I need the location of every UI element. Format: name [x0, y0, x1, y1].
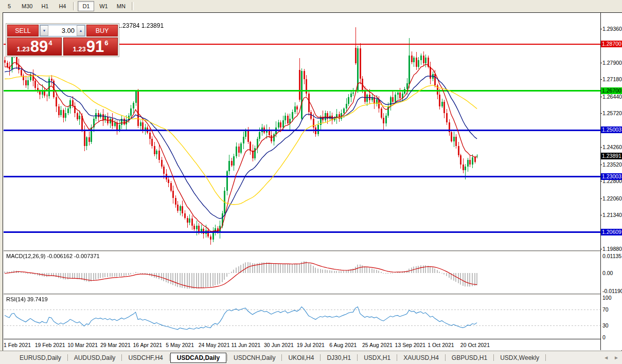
tab-divider	[227, 354, 227, 361]
price-axis-tick: 1.27900	[602, 60, 622, 66]
price-axis-tick: 1.24260	[602, 144, 622, 151]
date-axis: 1 Feb 202119 Feb 202110 Mar 202129 Mar 2…	[4, 339, 600, 351]
tab-scroll-arrows: ◄►	[603, 355, 619, 360]
timeframe-button-w1[interactable]: W1	[95, 1, 112, 11]
volume-stepper: ▼ ▲	[40, 25, 85, 37]
rsi-axis-tick: 70	[602, 306, 609, 313]
price-axis: 1.293601.279001.271801.264401.257201.242…	[600, 13, 622, 350]
date-axis-label: 1 Oct 2021	[428, 342, 454, 348]
tab-usdx[interactable]: USDX,H1	[358, 353, 396, 363]
timeframe-button-h4[interactable]: H4	[54, 1, 70, 11]
date-axis-label: 24 May 2021	[199, 342, 230, 348]
tab-divider	[121, 354, 122, 361]
symbol-tab-bar: EURUSD,DailyAUDUSD,DailyUSDCHF,H4USDCAD,…	[0, 351, 622, 364]
toolbar-separator	[73, 2, 75, 10]
volume-input[interactable]	[48, 25, 77, 36]
trading-platform: 5M30H1H4D1W1MN ▲USDCAD,Daily1.23863 1.23…	[0, 0, 622, 364]
tab-divider	[357, 354, 358, 361]
axis-tick-mark	[600, 79, 602, 80]
date-axis-label: 30 Jun 2021	[264, 342, 294, 348]
timeframe-toolbar: 5M30H1H4D1W1MN	[0, 0, 622, 12]
tab-divider	[445, 354, 446, 361]
sell-price-pip: 4	[48, 39, 52, 47]
tab-divider	[320, 354, 321, 361]
rsi-axis-tick: 100	[602, 295, 612, 301]
tab-eurusd[interactable]: EURUSD,Daily	[14, 353, 67, 363]
price-axis-tick: 1.29360	[602, 26, 622, 32]
date-axis-label: 16 Apr 2021	[133, 342, 163, 348]
tab-divider	[397, 354, 397, 361]
timeframe-button-m30[interactable]: M30	[19, 1, 35, 11]
price-level-tag: 1.23003	[601, 173, 622, 180]
date-axis-label: 25 Aug 2021	[362, 342, 393, 348]
volume-increase-icon[interactable]: ▲	[77, 25, 85, 36]
timeframe-button-d1[interactable]: D1	[78, 1, 94, 11]
tab-scroll-right-icon[interactable]: ►	[614, 355, 619, 360]
tab-divider	[493, 354, 494, 361]
buy-button[interactable]: BUY	[86, 25, 118, 37]
tab-divider	[67, 354, 68, 361]
axis-tick-mark	[600, 215, 602, 215]
buy-price-prefix: 1.23	[73, 45, 85, 53]
buy-price-box[interactable]: 1.23916	[63, 38, 118, 56]
axis-tick-mark	[600, 165, 602, 165]
chart-window: ▲USDCAD,Daily1.23863 1.23952 1.23784 1.2…	[3, 12, 622, 351]
axis-tick-mark	[600, 113, 602, 114]
price-axis-tick: 1.25720	[602, 110, 622, 117]
volume-decrease-icon[interactable]: ▼	[40, 25, 48, 36]
tab-gbpusd[interactable]: GBPUSD,H1	[446, 353, 493, 363]
date-axis-label: 19 Jul 2021	[297, 342, 325, 348]
tab-usdchf[interactable]: USDCHF,H4	[122, 353, 168, 363]
timeframe-button-mn[interactable]: MN	[113, 1, 129, 11]
price-axis-tick: 1.19880	[602, 246, 622, 252]
price-level-tag: 1.26700	[601, 87, 622, 94]
toolbar-separator	[132, 2, 134, 10]
axis-tick-mark	[600, 63, 602, 63]
macd-indicator-label: MACD(12,26,9) -0.006162 -0.007371	[6, 253, 100, 259]
tab-usdcnh[interactable]: USDCNH,Daily	[228, 353, 281, 363]
rsi-pane-canvas[interactable]	[4, 295, 600, 339]
date-axis-label: 1 Feb 2021	[4, 342, 31, 348]
date-axis-label: 11 Jun 2021	[231, 342, 260, 348]
macd-axis-tick: 0.00	[602, 270, 613, 277]
date-axis-label: 5 May 2021	[166, 342, 194, 348]
tab-audusd[interactable]: AUDUSD,Daily	[68, 353, 121, 363]
price-axis-tick: 1.27180	[602, 76, 622, 83]
axis-tick-mark	[600, 97, 602, 97]
axis-tick-mark	[600, 198, 602, 199]
axis-tick-mark	[600, 29, 602, 29]
axis-tick-mark	[600, 147, 602, 148]
tab-usdx[interactable]: USDX,Weekly	[494, 353, 545, 363]
axis-tick-mark	[600, 181, 602, 181]
rsi-axis-tick: 0	[602, 334, 606, 341]
sell-price-big: 89	[30, 39, 48, 54]
timeframe-button-h1[interactable]: H1	[37, 1, 53, 11]
sell-price-box[interactable]: 1.23894	[7, 38, 62, 56]
date-axis-label: 20 Oct 2021	[460, 342, 490, 348]
sell-price-prefix: 1.23	[16, 45, 29, 53]
tab-usdcad[interactable]: USDCAD,Daily	[170, 353, 226, 363]
timeframe-button-5[interactable]: 5	[1, 1, 17, 11]
tab-divider	[545, 354, 546, 361]
tab-divider	[281, 354, 282, 361]
price-level-tag: 1.20609	[601, 229, 622, 235]
tab-scroll-left-icon[interactable]: ◄	[603, 355, 609, 360]
date-axis-label: 6 Aug 2021	[329, 342, 357, 348]
tab-ukoil[interactable]: UKOil,H4	[282, 353, 319, 363]
sell-button[interactable]: SELL	[7, 25, 39, 37]
axis-tick-mark	[600, 249, 602, 249]
price-axis-tick: 1.23520	[602, 161, 622, 168]
date-axis-label: 29 Mar 2021	[100, 342, 131, 348]
price-axis-tick: 1.21340	[602, 212, 622, 219]
price-axis-tick: 1.26440	[602, 94, 622, 100]
tab-divider	[169, 354, 170, 361]
buy-price-big: 91	[86, 39, 104, 54]
macd-axis-tick: 0.01135	[602, 253, 621, 260]
macd-axis-tick: -0.01190	[602, 288, 622, 295]
tab-dj30[interactable]: DJ30,H1	[321, 353, 357, 363]
one-click-trade-panel: SELL ▼ ▲ BUY 1.23894 1.23916	[6, 23, 119, 57]
date-axis-label: 19 Feb 2021	[35, 342, 65, 348]
price-level-tag: 1.23891	[601, 153, 622, 159]
tab-xauusd[interactable]: XAUUSD,H4	[398, 353, 445, 363]
date-axis-label: 10 Mar 2021	[67, 342, 98, 348]
